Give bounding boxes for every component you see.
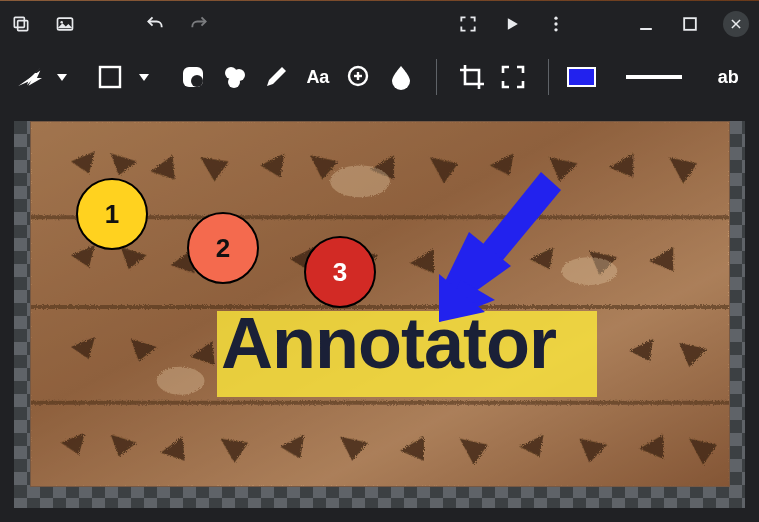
- text-annotation[interactable]: Annotator: [221, 302, 556, 384]
- svg-rect-1: [14, 17, 24, 27]
- svg-rect-8: [684, 18, 696, 30]
- svg-rect-11: [100, 67, 120, 87]
- svg-point-3: [60, 21, 63, 23]
- stroke-weight-picker[interactable]: [626, 75, 681, 79]
- magnifier-tool-icon[interactable]: [343, 60, 377, 94]
- copy-icon[interactable]: [10, 13, 32, 35]
- close-icon[interactable]: [723, 11, 749, 37]
- play-icon[interactable]: [501, 13, 523, 35]
- text-tool-label: Aa: [306, 67, 329, 88]
- arrow-tool-menu-icon[interactable]: [56, 60, 70, 94]
- fit-corners-icon[interactable]: [496, 60, 530, 94]
- pencil-tool-icon[interactable]: [260, 60, 294, 94]
- svg-rect-0: [18, 21, 28, 31]
- svg-point-5: [554, 22, 557, 25]
- arrow-tool-icon[interactable]: [14, 60, 48, 94]
- svg-point-16: [228, 76, 240, 88]
- text-annotation-label: Annotator: [221, 303, 556, 383]
- svg-point-26: [157, 367, 205, 395]
- rectangle-tool-icon[interactable]: [91, 60, 129, 94]
- fullscreen-corners-icon[interactable]: [457, 13, 479, 35]
- maximize-icon[interactable]: [679, 13, 701, 35]
- marker-3[interactable]: 3: [304, 236, 376, 308]
- svg-point-27: [561, 257, 617, 285]
- save-image-icon[interactable]: [54, 13, 76, 35]
- marker-1-label: 1: [105, 199, 119, 230]
- window-toolbar: [0, 1, 759, 47]
- shapes-group-icon[interactable]: [218, 60, 252, 94]
- minimize-icon[interactable]: [635, 13, 657, 35]
- more-vert-icon[interactable]: [545, 13, 567, 35]
- undo-icon[interactable]: [144, 13, 166, 35]
- svg-point-4: [554, 17, 557, 20]
- blur-tool-icon[interactable]: [384, 60, 418, 94]
- svg-point-6: [554, 28, 557, 31]
- shape-tool-menu-icon[interactable]: [137, 60, 151, 94]
- fill-color-swatch[interactable]: [567, 67, 597, 87]
- marker-2-label: 2: [216, 233, 230, 264]
- svg-point-13: [191, 75, 203, 87]
- mask-tool-icon[interactable]: [176, 60, 210, 94]
- annotation-toolbar: Aa ab: [0, 47, 759, 107]
- svg-point-25: [330, 165, 390, 197]
- toolbar-separator: [548, 59, 549, 95]
- image-viewport[interactable]: 1 2 3 Annotator: [30, 121, 730, 487]
- crop-tool-icon[interactable]: [455, 60, 489, 94]
- marker-1[interactable]: 1: [76, 178, 148, 250]
- text-tool-icon[interactable]: Aa: [301, 60, 335, 94]
- marker-3-label: 3: [333, 257, 347, 288]
- text-style-button[interactable]: ab: [711, 60, 745, 94]
- text-style-label: ab: [718, 67, 739, 88]
- marker-2[interactable]: 2: [187, 212, 259, 284]
- redo-icon[interactable]: [188, 13, 210, 35]
- canvas-area: 1 2 3 Annotator: [0, 107, 759, 522]
- toolbar-separator: [436, 59, 437, 95]
